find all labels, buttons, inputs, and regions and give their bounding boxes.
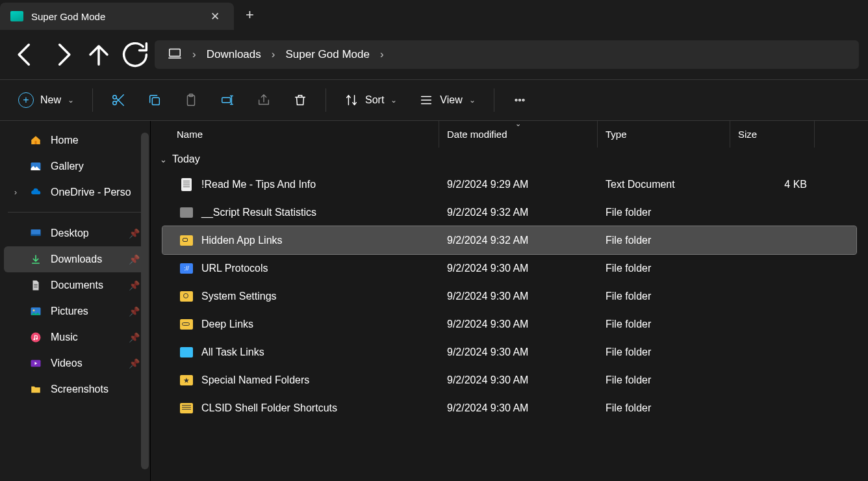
sidebar-item-screenshots[interactable]: Screenshots [4, 376, 146, 402]
cut-button[interactable] [102, 86, 134, 114]
close-tab-icon[interactable]: ✕ [207, 10, 223, 23]
sidebar-item-onedrive[interactable]: ›OneDrive - Perso [4, 179, 146, 205]
view-icon [419, 93, 433, 107]
sidebar-item-home[interactable]: Home [4, 127, 146, 153]
file-type-icon: ★ [179, 374, 194, 387]
file-type: File folder [598, 291, 730, 302]
file-date: 9/2/2024 9:30 AM [439, 346, 598, 358]
sidebar-item-label: Desktop [51, 228, 89, 239]
sidebar-item-videos[interactable]: Videos📌 [4, 350, 146, 376]
file-name: !Read Me - Tips And Info [201, 179, 316, 190]
table-row[interactable]: Hidden App Links9/2/2024 9:32 AMFile fol… [162, 226, 856, 254]
chevron-down-icon: ⌄ [68, 96, 74, 105]
view-label: View [440, 94, 462, 106]
breadcrumb-1[interactable]: Super God Mode [279, 44, 376, 65]
scissors-icon [111, 93, 125, 107]
new-tab-button[interactable]: + [234, 0, 266, 30]
copy-button[interactable] [138, 86, 171, 114]
share-button[interactable] [248, 86, 280, 114]
breadcrumb-0[interactable]: Downloads [200, 44, 268, 65]
nav-row: › Downloads › Super God Mode › [0, 30, 868, 79]
home-icon [29, 134, 43, 147]
chevron-right-icon[interactable]: › [188, 48, 200, 61]
forward-button[interactable] [45, 38, 79, 72]
trash-icon [293, 93, 307, 107]
sort-button[interactable]: Sort ⌄ [335, 86, 406, 114]
sort-icon [344, 93, 359, 107]
sidebar-item-music[interactable]: Music📌 [4, 324, 146, 350]
file-type-icon [179, 178, 194, 191]
table-row[interactable]: ★Special Named Folders9/2/2024 9:30 AMFi… [162, 366, 856, 394]
pin-icon: 📌 [129, 332, 140, 343]
file-name: Deep Links [201, 318, 253, 330]
sidebar-item-gallery[interactable]: Gallery [4, 153, 146, 179]
table-row[interactable]: System Settings9/2/2024 9:30 AMFile fold… [162, 282, 856, 310]
file-type: File folder [598, 374, 730, 386]
table-row[interactable]: CLSID Shell Folder Shortcuts9/2/2024 9:3… [162, 394, 856, 422]
sidebar-item-pictures[interactable]: Pictures📌 [4, 298, 146, 324]
col-name[interactable]: Name [151, 121, 439, 148]
refresh-button[interactable] [118, 38, 152, 72]
svg-rect-6 [222, 98, 231, 102]
toolbar: + New ⌄ Sort ⌄ View ⌄ [0, 79, 868, 121]
svg-point-8 [518, 99, 520, 101]
back-button[interactable] [9, 38, 43, 72]
svg-point-18 [36, 338, 38, 340]
sidebar-item-label: Documents [51, 280, 103, 291]
file-name: __Script Result Statistics [201, 207, 316, 218]
rename-icon [220, 93, 235, 107]
tab-active[interactable]: Super God Mode ✕ [0, 3, 234, 30]
svg-point-9 [522, 99, 524, 101]
group-today[interactable]: ⌄ Today [151, 148, 868, 170]
table-row[interactable]: Deep Links9/2/2024 9:30 AMFile folder [162, 310, 856, 338]
up-button[interactable] [82, 38, 116, 72]
column-headers: Name ⌄Date modified Type Size [151, 121, 868, 148]
file-date: 9/2/2024 9:30 AM [439, 291, 598, 302]
file-type-icon [179, 234, 194, 247]
file-date: 9/2/2024 9:30 AM [439, 374, 598, 386]
chevron-right-icon[interactable]: › [376, 48, 388, 61]
delete-button[interactable] [284, 86, 316, 114]
rename-button[interactable] [211, 86, 244, 114]
file-type: Text Document [598, 179, 730, 190]
sidebar-item-label: Downloads [51, 254, 102, 265]
address-bar[interactable]: › Downloads › Super God Mode › [155, 40, 859, 69]
new-button[interactable]: + New ⌄ [9, 86, 83, 114]
svg-rect-13 [31, 235, 41, 236]
table-row[interactable]: All Task Links9/2/2024 9:30 AMFile folde… [162, 338, 856, 366]
view-button[interactable]: View ⌄ [410, 86, 484, 114]
file-type-icon [179, 206, 194, 219]
divider [8, 212, 142, 213]
file-list: Name ⌄Date modified Type Size ⌄ Today !R… [151, 121, 868, 481]
col-size[interactable]: Size [730, 121, 815, 148]
file-name: All Task Links [201, 346, 264, 358]
new-label: New [40, 94, 61, 106]
file-date: 9/2/2024 9:30 AM [439, 402, 598, 414]
sidebar-item-desktop[interactable]: Desktop📌 [4, 220, 146, 246]
more-icon [513, 93, 527, 107]
sidebar-item-downloads[interactable]: Downloads📌 [4, 246, 146, 272]
more-button[interactable] [504, 86, 536, 114]
divider [494, 88, 494, 112]
file-type: File folder [598, 346, 730, 358]
scrollbar[interactable] [141, 133, 149, 469]
pictures-icon [29, 305, 43, 318]
sidebar-item-label: Videos [51, 358, 83, 369]
folder-icon [10, 11, 23, 21]
sidebar-item-documents[interactable]: Documents📌 [4, 272, 146, 298]
table-row[interactable]: ://URL Protocols9/2/2024 9:30 AMFile fol… [162, 254, 856, 282]
chevron-right-icon[interactable]: › [268, 48, 279, 61]
file-type: File folder [598, 263, 730, 274]
table-row[interactable]: !Read Me - Tips And Info9/2/2024 9:29 AM… [162, 170, 856, 198]
pc-icon[interactable] [161, 42, 188, 68]
table-row[interactable]: __Script Result Statistics9/2/2024 9:32 … [162, 198, 856, 226]
col-date[interactable]: ⌄Date modified [439, 121, 598, 148]
col-type[interactable]: Type [598, 121, 730, 148]
file-name: Special Named Folders [201, 374, 309, 386]
sort-label: Sort [365, 94, 384, 106]
file-type: File folder [598, 318, 730, 330]
paste-button[interactable] [175, 86, 207, 114]
svg-rect-3 [152, 98, 159, 105]
sidebar-item-label: OneDrive - Perso [51, 187, 131, 198]
file-name: System Settings [201, 291, 277, 302]
